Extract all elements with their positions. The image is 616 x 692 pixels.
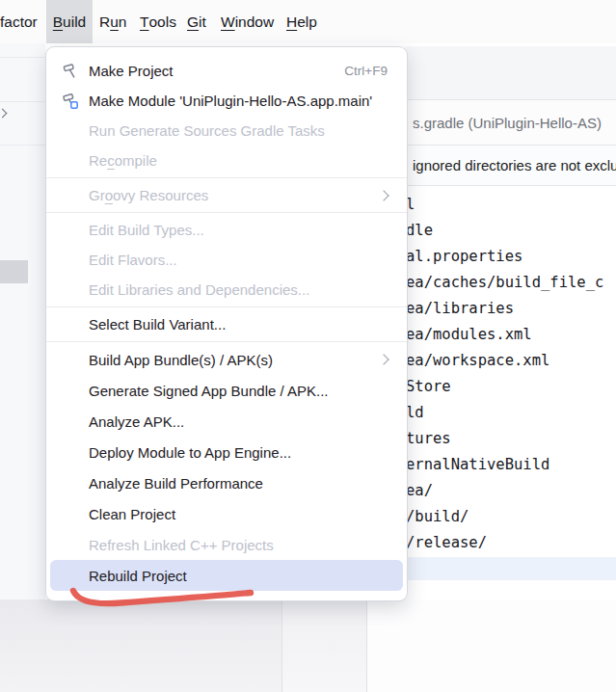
menubar-item-build[interactable]: Build xyxy=(46,0,93,43)
code-line: tures xyxy=(406,426,616,452)
menu-item-label: Edit Libraries and Dependencies... xyxy=(89,281,309,298)
code-line: al.properties xyxy=(406,244,616,270)
menu-item-select-build-variant[interactable]: Select Build Variant... xyxy=(50,309,403,339)
menu-item-label: Deploy Module to App Engine... xyxy=(89,444,291,461)
code-line: Store xyxy=(406,374,616,400)
code-line: /build/ xyxy=(406,504,616,530)
menu-item-shortcut: Ctrl+F9 xyxy=(344,64,388,78)
tree-selected-row-fragment xyxy=(0,260,28,283)
submenu-arrow-icon xyxy=(378,354,388,364)
menu-item-analyze-build-performance[interactable]: Analyze Build Performance xyxy=(50,467,403,498)
menubar-item-tools[interactable]: Tools xyxy=(140,0,176,43)
divider xyxy=(0,57,45,58)
editor-code-area[interactable]: l dle al.properties ea/caches/build_file… xyxy=(406,192,616,556)
menu-item-label: Run Generate Sources Gradle Tasks xyxy=(89,122,325,139)
menubar-item-git[interactable]: Git xyxy=(187,0,206,43)
menu-item-make-module[interactable]: Make Module 'UniPlugin-Hello-AS.app.main… xyxy=(50,86,403,116)
menubar-item-help[interactable]: Help xyxy=(286,0,317,43)
menu-item-recompile: Recompile xyxy=(50,146,403,175)
code-line: l xyxy=(406,192,616,218)
menu-item-label: Build App Bundle(s) / APK(s) xyxy=(89,352,273,368)
panel-divider xyxy=(281,599,282,692)
editor-toolbar-strip xyxy=(405,46,616,100)
bottom-middle-panel xyxy=(282,599,366,692)
menu-item-refresh-cpp-projects: Refresh Linked C++ Projects xyxy=(50,529,403,560)
code-line: ernalNativeBuild xyxy=(406,452,616,478)
build-menu-popup: Make Project Ctrl+F9 Make Module 'UniPlu… xyxy=(45,46,408,601)
menubar-item-run[interactable]: Run xyxy=(99,0,126,43)
menu-item-generate-signed-bundle[interactable]: Generate Signed App Bundle / APK... xyxy=(50,375,403,406)
menu-item-clean-project[interactable]: Clean Project xyxy=(50,498,403,529)
menu-item-label: Analyze APK... xyxy=(89,413,184,430)
menu-item-label: Analyze Build Performance xyxy=(89,475,263,492)
menu-item-label: Edit Build Types... xyxy=(89,222,204,238)
menubar-item-refactor-partial[interactable]: factor xyxy=(0,0,38,43)
menu-item-label: Make Module 'UniPlugin-Hello-AS.app.main… xyxy=(89,93,372,109)
menu-item-label: Recompile xyxy=(89,152,157,169)
panel-divider xyxy=(366,599,367,692)
menu-item-make-project[interactable]: Make Project Ctrl+F9 xyxy=(50,56,403,86)
code-line: dle xyxy=(406,218,616,244)
left-panel-strip xyxy=(0,43,45,599)
code-line: ea/ xyxy=(406,478,616,504)
menu-item-groovy-resources: Groovy Resources xyxy=(50,180,403,210)
menu-item-rebuild-project[interactable]: Rebuild Project xyxy=(50,560,403,591)
menu-separator xyxy=(46,177,407,178)
banner-text: ignored directories are not exclu xyxy=(413,157,616,173)
tree-chevron-fragment xyxy=(0,109,7,119)
menu-item-build-app-bundles[interactable]: Build App Bundle(s) / APK(s) xyxy=(50,344,403,375)
menu-item-label: Edit Flavors... xyxy=(89,252,177,268)
menu-item-edit-build-types: Edit Build Types... xyxy=(50,215,403,245)
app-window: factor Build Run Tools Git Window Help s… xyxy=(0,0,616,692)
code-line: ea/caches/build_file_c xyxy=(406,270,616,296)
menu-item-analyze-apk[interactable]: Analyze APK... xyxy=(50,406,403,437)
main-menubar: factor Build Run Tools Git Window Help xyxy=(0,0,616,43)
editor-caret-line-highlight xyxy=(402,557,616,580)
editor-notification-banner: ignored directories are not exclu xyxy=(405,146,616,186)
menu-item-deploy-module[interactable]: Deploy Module to App Engine... xyxy=(50,437,403,467)
menu-item-edit-libraries: Edit Libraries and Dependencies... xyxy=(50,275,403,305)
menu-item-edit-flavors: Edit Flavors... xyxy=(50,245,403,275)
bottom-right-panel xyxy=(367,599,616,692)
menu-item-label: Make Project xyxy=(89,63,174,79)
menubar-item-window[interactable]: Window xyxy=(221,0,274,43)
code-line: ea/modules.xml xyxy=(406,322,616,348)
menu-separator xyxy=(46,212,407,213)
menu-item-label: Clean Project xyxy=(89,506,175,522)
editor-tab-title[interactable]: s.gradle (UniPlugin-Hello-AS) xyxy=(413,115,602,131)
code-line: /release/ xyxy=(406,530,616,556)
menu-item-label: Select Build Variant... xyxy=(89,316,226,333)
menu-item-run-generate-sources: Run Generate Sources Gradle Tasks xyxy=(50,116,403,146)
menu-item-label: Refresh Linked C++ Projects xyxy=(89,537,274,553)
code-line: ld xyxy=(406,400,616,426)
menu-item-label: Generate Signed App Bundle / APK... xyxy=(89,383,329,399)
menu-separator xyxy=(46,341,407,342)
hammer-module-icon xyxy=(62,93,79,110)
menu-item-label: Groovy Resources xyxy=(89,187,208,203)
menu-separator xyxy=(46,306,407,307)
divider xyxy=(0,145,45,146)
menu-item-label: Rebuild Project xyxy=(89,568,187,584)
code-line: ea/libraries xyxy=(406,296,616,322)
code-line: ea/workspace.xml xyxy=(406,348,616,374)
bottom-left-panel xyxy=(0,599,281,692)
hammer-icon xyxy=(62,63,79,80)
editor-tab-row: s.gradle (UniPlugin-Hello-AS) xyxy=(405,100,616,146)
submenu-arrow-icon xyxy=(378,190,388,200)
divider xyxy=(0,101,45,102)
